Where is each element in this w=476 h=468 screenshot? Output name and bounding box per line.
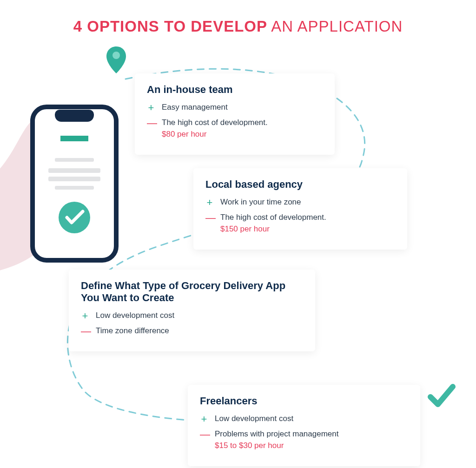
svg-rect-1 xyxy=(60,136,88,141)
svg-rect-5 xyxy=(55,186,94,190)
pro-text: Low development cost xyxy=(215,414,293,424)
plus-icon: + xyxy=(81,311,89,321)
title-strong: 4 OPTIONS TO DEVELOP xyxy=(73,18,267,35)
svg-rect-0 xyxy=(33,107,116,260)
checkmark-icon xyxy=(428,383,456,409)
con-text: Problems with project management xyxy=(215,429,338,438)
option-card-inhouse: An in-house team + Easy management — The… xyxy=(135,73,335,155)
con-row: — The high cost of development. $80 per … xyxy=(147,118,323,140)
page-title: 4 OPTIONS TO DEVELOP AN APPLICATION xyxy=(0,18,476,35)
con-text-wrap: The high cost of development. $150 per h… xyxy=(220,212,326,235)
option-card-define: Define What Type of Grocery Delivery App… xyxy=(69,270,315,351)
con-row: — Time zone difference xyxy=(81,326,303,336)
pro-row: + Low development cost xyxy=(200,414,408,424)
svg-rect-4 xyxy=(48,177,100,181)
pro-row: + Easy management xyxy=(147,102,323,113)
con-text: The high cost of development. xyxy=(162,118,268,127)
minus-icon: — xyxy=(81,326,89,336)
svg-point-6 xyxy=(59,202,90,233)
pro-text: Low development cost xyxy=(96,310,174,321)
price-text: $15 to $30 per hour xyxy=(215,441,338,451)
card-heading: Freelancers xyxy=(200,395,408,407)
title-light: AN APPLICATION xyxy=(267,18,403,35)
pro-text: Easy management xyxy=(162,102,228,113)
svg-rect-3 xyxy=(48,168,100,173)
minus-icon: — xyxy=(200,429,208,440)
con-text: The high cost of development. xyxy=(220,213,326,222)
con-text: Time zone difference xyxy=(96,326,169,336)
diagram-canvas: 4 OPTIONS TO DEVELOP AN APPLICATION An i… xyxy=(0,0,476,468)
plus-icon: + xyxy=(205,198,214,208)
hand-phone-illustration xyxy=(0,93,139,288)
con-text-wrap: Problems with project management $15 to … xyxy=(215,429,338,451)
plus-icon: + xyxy=(147,103,155,113)
option-card-local-agency: Local based agency + Work in your time z… xyxy=(193,168,407,250)
pro-row: + Work in your time zone xyxy=(205,197,395,208)
svg-point-7 xyxy=(112,52,120,59)
option-card-freelancers: Freelancers + Low development cost — Pro… xyxy=(188,385,420,466)
pro-row: + Low development cost xyxy=(81,310,303,321)
con-text-wrap: The high cost of development. $80 per ho… xyxy=(162,118,268,140)
pro-text: Work in your time zone xyxy=(220,197,301,208)
plus-icon: + xyxy=(200,414,208,424)
con-row: — Problems with project management $15 t… xyxy=(200,429,408,451)
card-heading: An in-house team xyxy=(147,84,323,96)
location-pin-icon xyxy=(105,46,127,75)
card-heading: Define What Type of Grocery Delivery App… xyxy=(81,280,303,304)
price-text: $80 per hour xyxy=(162,129,268,140)
card-heading: Local based agency xyxy=(205,178,395,191)
svg-rect-2 xyxy=(55,158,94,162)
con-row: — The high cost of development. $150 per… xyxy=(205,212,395,235)
minus-icon: — xyxy=(147,118,155,128)
minus-icon: — xyxy=(205,213,214,223)
price-text: $150 per hour xyxy=(220,224,326,235)
